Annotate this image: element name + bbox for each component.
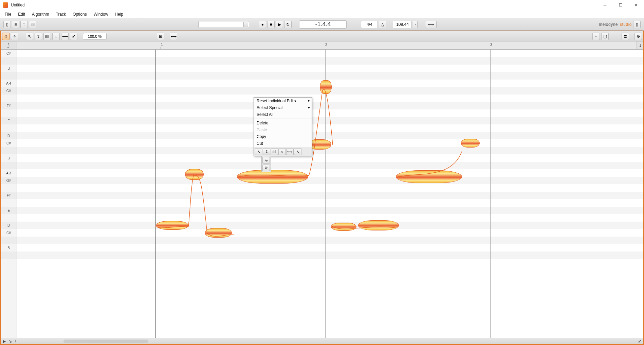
transport-toolbar: ▯ ≡ ∵ ılıl ● ■ ▶ ↻ -1.4.4 4/4 = 108.44 ·… bbox=[0, 18, 644, 31]
brand-name-1: melodyne bbox=[599, 22, 618, 27]
layout-toggle-2[interactable]: ≡ bbox=[12, 21, 19, 28]
pitch-row: G# bbox=[1, 87, 17, 94]
note-blob[interactable] bbox=[156, 221, 188, 230]
menu-help[interactable]: Help bbox=[111, 11, 127, 18]
bar-line bbox=[490, 50, 491, 338]
main-tool-arrow[interactable]: ↖ bbox=[26, 33, 33, 40]
note-area[interactable]: Reset Individual Edits Select Special Se… bbox=[17, 50, 643, 338]
cm-tool-pitch-drift[interactable]: ⇵ bbox=[262, 165, 270, 171]
settings-gear-icon[interactable]: ⚙ bbox=[634, 33, 642, 40]
note-blob[interactable] bbox=[205, 228, 232, 238]
pitch-row: D bbox=[1, 132, 17, 139]
cm-tool-pitch-mod[interactable]: ∿ bbox=[262, 157, 270, 164]
menu-options[interactable]: Options bbox=[69, 11, 90, 18]
pitch-row: A 4 bbox=[1, 80, 17, 87]
note-reference-icon[interactable]: ↘ bbox=[8, 339, 12, 344]
pitch-row bbox=[1, 214, 17, 222]
view-option-2[interactable]: ▢ bbox=[601, 33, 609, 40]
view-option-1[interactable]: ◦ bbox=[592, 33, 600, 40]
ruler-mark-2: 2 bbox=[325, 42, 327, 47]
layout-toggle-4[interactable]: ılıl bbox=[29, 21, 36, 28]
time-signature[interactable]: 4/4 bbox=[361, 21, 378, 28]
pitch-ruler[interactable]: C#BA 4G#F#EDC#BA 3G#F#EDC#B bbox=[1, 50, 17, 338]
minimize-button[interactable]: ─ bbox=[597, 0, 613, 10]
pitch-row: B bbox=[1, 244, 17, 252]
cm-select-all[interactable]: Select All bbox=[254, 111, 312, 118]
cm-select-special[interactable]: Select Special bbox=[254, 104, 312, 111]
pitch-row: E bbox=[1, 207, 17, 214]
menu-window[interactable]: Window bbox=[90, 11, 112, 18]
app-icon bbox=[3, 2, 8, 8]
window-title-bar: Untitled ─ ☐ ✕ bbox=[0, 0, 644, 10]
cm-reset-edits[interactable]: Reset Individual Edits bbox=[254, 98, 312, 104]
pitch-row bbox=[1, 184, 17, 192]
amplitude-tool[interactable]: ○ bbox=[52, 33, 60, 40]
playhead[interactable] bbox=[155, 50, 156, 338]
layout-toggle-1[interactable]: ▯ bbox=[3, 21, 11, 28]
info-panel-toggle[interactable]: ▯ bbox=[633, 21, 641, 28]
metronome-icon[interactable] bbox=[379, 21, 386, 28]
note-blob[interactable] bbox=[358, 220, 399, 230]
pitch-row bbox=[1, 162, 17, 169]
note-separation-tool[interactable]: ⤢ bbox=[70, 33, 77, 40]
cm-tool-amplitude[interactable]: ○ bbox=[278, 148, 286, 155]
brand-name-2: studio bbox=[620, 22, 632, 27]
play-button[interactable]: ▶ bbox=[276, 21, 283, 28]
menu-algorithm[interactable]: Algorithm bbox=[29, 11, 53, 18]
pitch-row: F# bbox=[1, 102, 17, 109]
transport-position[interactable]: -1.4.4 bbox=[299, 20, 347, 29]
tempo-dropdown[interactable]: · bbox=[413, 21, 418, 28]
record-button[interactable]: ● bbox=[259, 21, 266, 28]
tempo-value[interactable]: 108.44 bbox=[393, 21, 412, 28]
note-blob[interactable] bbox=[237, 170, 308, 184]
menu-file[interactable]: File bbox=[1, 11, 15, 18]
ruler-note-icon[interactable]: ♩ bbox=[637, 41, 643, 49]
view-option-3[interactable]: ≣ bbox=[622, 33, 629, 40]
slider-thumb[interactable] bbox=[243, 22, 248, 27]
chord-display-icon[interactable]: ♯ bbox=[15, 339, 17, 344]
note-editor[interactable]: C#BA 4G#F#EDC#BA 3G#F#EDC#B Reset Indivi… bbox=[1, 50, 643, 338]
note-blob[interactable] bbox=[396, 170, 462, 183]
pitch-row bbox=[1, 57, 17, 65]
menu-track[interactable]: Track bbox=[53, 11, 70, 18]
vertical-zoom-icon[interactable]: ⤢ bbox=[638, 339, 641, 344]
pitch-row: B bbox=[1, 154, 17, 162]
time-grid-button[interactable]: ⟷ bbox=[170, 33, 177, 40]
pitch-tool[interactable]: ⇕ bbox=[35, 33, 42, 40]
cm-tool-formant[interactable]: ılıl bbox=[271, 148, 278, 155]
note-blob[interactable] bbox=[461, 139, 480, 148]
autoscroll-button[interactable]: ⟷ bbox=[425, 21, 437, 28]
timing-tool[interactable]: ⟷ bbox=[61, 33, 69, 40]
cm-tool-arrow[interactable]: ↖ bbox=[255, 148, 262, 155]
stop-button[interactable]: ■ bbox=[267, 21, 275, 28]
note-assignment-mode-button[interactable]: ↯ bbox=[2, 33, 10, 40]
maximize-button[interactable]: ☐ bbox=[613, 0, 628, 10]
cm-copy[interactable]: Copy bbox=[254, 133, 312, 140]
cm-tool-timing[interactable]: ⟷ bbox=[286, 148, 294, 155]
show-blob-info-icon[interactable]: ▶ bbox=[3, 339, 6, 344]
pitch-row bbox=[1, 147, 17, 154]
note-blob[interactable] bbox=[320, 80, 332, 94]
bar-line bbox=[161, 50, 161, 338]
menu-edit[interactable]: Edit bbox=[15, 11, 29, 18]
note-blob[interactable] bbox=[185, 169, 204, 180]
cm-tool-pitch[interactable]: ⇕ bbox=[263, 148, 270, 155]
pitch-grid-button[interactable]: ⊞ bbox=[157, 33, 164, 40]
pitch-row bbox=[1, 199, 17, 207]
correct-pitch-button[interactable]: ✧ bbox=[11, 33, 18, 40]
horizontal-scrollbar[interactable] bbox=[63, 340, 148, 343]
cycle-button[interactable]: ↻ bbox=[284, 21, 292, 28]
time-ruler[interactable]: 1 2 3 ♩ bbox=[1, 41, 643, 50]
zoom-level[interactable]: 100.0 % bbox=[83, 33, 107, 40]
ruler-clef-icon[interactable] bbox=[1, 41, 17, 49]
note-blob[interactable] bbox=[331, 223, 356, 231]
cm-delete[interactable]: Delete bbox=[254, 120, 312, 126]
pitch-row: A 3 bbox=[1, 169, 17, 177]
formant-tool[interactable]: ılıl bbox=[43, 33, 51, 40]
layout-toggle-3[interactable]: ∵ bbox=[20, 21, 28, 28]
close-button[interactable]: ✕ bbox=[628, 0, 644, 10]
cm-cut[interactable]: Cut bbox=[254, 140, 312, 147]
cm-paste: Paste bbox=[254, 126, 312, 133]
cycle-range-slider[interactable] bbox=[198, 21, 249, 28]
cm-tool-separate[interactable]: ⤡ bbox=[294, 148, 301, 155]
